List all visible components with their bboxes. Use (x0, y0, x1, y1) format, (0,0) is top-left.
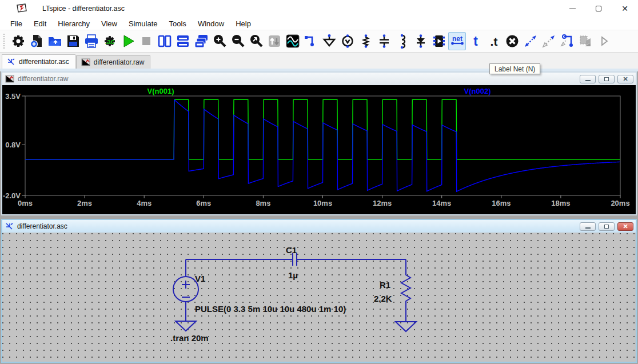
save-button[interactable] (64, 32, 82, 50)
schematic-canvas-pane[interactable]: V1 PULSE(0 3.3 5m 10u 10u 480u 1m 10) C1… (2, 233, 636, 362)
spice-directive-button[interactable]: .t (485, 32, 503, 50)
waveform-pane-button[interactable] (284, 32, 301, 50)
minimize-button[interactable] (580, 222, 596, 231)
toolbar-grip[interactable] (3, 34, 6, 49)
r1-value-label[interactable]: 2.2K (374, 294, 392, 303)
c1-ref-label[interactable]: C1 (286, 245, 297, 255)
tab-differentiator-asc[interactable]: differentiator.asc (2, 54, 75, 69)
r1-ref-label[interactable]: R1 (380, 280, 390, 290)
resistor-r1-symbol[interactable] (401, 259, 410, 322)
autorange-y-button[interactable] (265, 32, 283, 50)
control-panel-button[interactable] (9, 32, 27, 50)
place-capacitor-button[interactable] (375, 32, 393, 50)
place-voltage-source-button[interactable] (338, 32, 356, 50)
schematic-window-title: differentiator.asc (17, 222, 67, 230)
restore-button[interactable] (599, 75, 615, 83)
print-button[interactable] (82, 32, 100, 50)
new-schematic-button[interactable] (27, 32, 45, 50)
zoom-in-button[interactable] (210, 32, 228, 50)
place-inductor-button[interactable] (393, 32, 411, 50)
cascade-icon (194, 34, 209, 49)
tile-vertical-button[interactable] (155, 32, 173, 50)
menu-tools[interactable]: Tools (164, 18, 192, 29)
close-icon: ✕ (623, 76, 628, 82)
drag-icon (541, 34, 556, 49)
v1-plus-sign[interactable] (182, 281, 190, 289)
menu-help[interactable]: Help (230, 18, 257, 29)
edit-simulation-command-button[interactable]: .ac (101, 32, 118, 50)
ground-symbol-left[interactable] (176, 321, 196, 331)
svg-text:12ms: 12ms (373, 199, 392, 207)
maximize-button[interactable] (585, 0, 612, 17)
place-resistor-button[interactable] (357, 32, 374, 50)
paste-button[interactable] (576, 32, 594, 50)
zoom-out-button[interactable] (229, 32, 246, 50)
place-diode-button[interactable] (412, 32, 429, 50)
schematic-file-icon (7, 58, 15, 66)
waveform-plot[interactable]: 0ms2ms4ms6ms8ms10ms12ms14ms16ms18ms20ms3… (2, 85, 636, 214)
schematic-window-titlebar[interactable]: differentiator.asc ✕ (2, 220, 636, 233)
tab-differentiator-raw[interactable]: differentiator.raw (76, 55, 151, 69)
menu-file[interactable]: File (5, 18, 28, 29)
capacitor-c1-symbol[interactable] (293, 253, 297, 266)
zoom-full-icon (249, 34, 264, 49)
circuit-wires[interactable] (173, 253, 416, 331)
open-file-button[interactable] (46, 32, 63, 50)
waveform-window-titlebar[interactable]: differentiator.raw ✕ (2, 73, 636, 85)
halt-button[interactable] (137, 32, 155, 50)
halt-stop-icon (139, 34, 154, 49)
save-floppy-icon (66, 34, 81, 49)
svg-text:.t: .t (490, 35, 497, 48)
menu-simulate[interactable]: Simulate (123, 18, 164, 29)
drag-stretch-button[interactable] (558, 32, 576, 50)
restore-button[interactable] (599, 222, 615, 231)
svg-text:t: t (473, 34, 478, 49)
close-button[interactable]: ✕ (612, 0, 638, 17)
minimize-icon (585, 80, 591, 81)
menu-window[interactable]: Window (192, 18, 230, 29)
menu-edit[interactable]: Edit (28, 18, 52, 29)
cascade-windows-button[interactable] (192, 32, 210, 50)
tile-horizontal-icon (176, 34, 190, 49)
capacitor-icon (377, 34, 392, 49)
c1-value-label[interactable]: 1µ (288, 270, 298, 280)
tile-horizontal-button[interactable] (174, 32, 192, 50)
v1-ref-label[interactable]: V1 (195, 274, 205, 283)
place-component-button[interactable] (430, 32, 448, 50)
close-icon: ✕ (621, 5, 628, 13)
svg-text:18ms: 18ms (551, 199, 570, 207)
place-ground-button[interactable] (320, 32, 338, 50)
v1-value-label[interactable]: PULSE(0 3.3 5m 10u 10u 480u 1m 10) (195, 304, 346, 314)
zoom-full-extents-button[interactable] (247, 32, 265, 50)
menu-hierarchy[interactable]: Hierarchy (52, 18, 95, 29)
toolbar-overflow-button[interactable] (595, 32, 612, 50)
svg-text:20ms: 20ms (611, 199, 629, 207)
inductor-icon (395, 34, 410, 49)
run-button[interactable] (119, 32, 137, 50)
move-icon (523, 34, 538, 49)
ground-symbol-right[interactable] (396, 322, 416, 331)
close-button[interactable]: ✕ (617, 75, 633, 83)
move-button[interactable] (521, 32, 539, 50)
tran-directive-label[interactable]: .tran 20m (170, 333, 209, 343)
net-label-icon: net (450, 34, 465, 49)
drag-button[interactable] (540, 32, 557, 50)
minimize-button[interactable] (559, 0, 585, 17)
close-icon: ✕ (623, 223, 628, 230)
svg-text:14ms: 14ms (432, 199, 451, 207)
schematic-window: differentiator.asc ✕ (1, 219, 637, 363)
svg-text:3.5V: 3.5V (5, 92, 21, 101)
label-net-button[interactable]: net (448, 32, 466, 50)
trace-label-vn001[interactable]: V(n001) (147, 87, 174, 95)
waveform-plot-pane[interactable]: 0ms2ms4ms6ms8ms10ms12ms14ms16ms18ms20ms3… (2, 85, 636, 214)
run-play-icon (121, 34, 135, 49)
minimize-button[interactable] (580, 75, 596, 83)
schematic-canvas[interactable]: V1 PULSE(0 3.3 5m 10u 10u 480u 1m 10) C1… (2, 233, 636, 362)
close-button[interactable]: ✕ (617, 222, 633, 231)
trace-label-vn002[interactable]: V(n002) (464, 87, 491, 95)
draw-wire-button[interactable] (302, 32, 320, 50)
cut-delete-button[interactable] (503, 32, 521, 50)
svg-text:10ms: 10ms (313, 199, 332, 207)
place-text-button[interactable]: t (466, 32, 484, 50)
menu-view[interactable]: View (95, 18, 123, 29)
